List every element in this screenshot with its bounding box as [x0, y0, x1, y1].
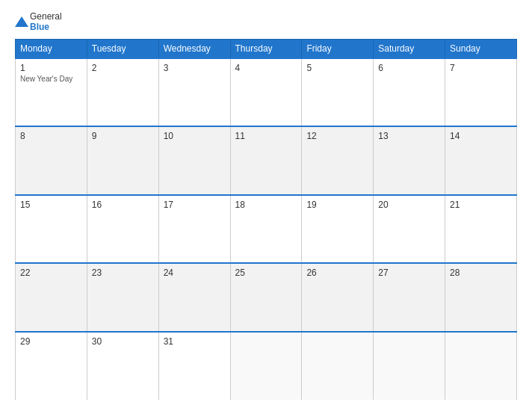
calendar-cell: 21: [445, 195, 517, 263]
weekday-header-friday: Friday: [302, 39, 374, 58]
day-number: 1: [20, 63, 82, 73]
calendar-cell: 24: [158, 263, 230, 331]
calendar-cell: 30: [87, 332, 158, 400]
header: General Blue: [15, 11, 517, 33]
calendar-cell: 5: [302, 58, 374, 126]
calendar-cell: 19: [302, 195, 374, 263]
calendar-cell: 3: [158, 58, 230, 126]
day-number: 21: [450, 200, 512, 210]
day-number: 13: [378, 131, 440, 141]
day-number: 14: [450, 131, 512, 141]
logo-triangle-icon: [15, 15, 28, 28]
day-number: 9: [92, 131, 154, 141]
weekday-header-tuesday: Tuesday: [87, 39, 158, 58]
day-number: 24: [164, 268, 226, 278]
day-number: 5: [306, 63, 368, 73]
day-number: 20: [378, 200, 440, 210]
day-number: 4: [235, 63, 297, 73]
calendar-cell: 13: [374, 126, 445, 194]
day-number: 19: [306, 200, 368, 210]
calendar-cell: 23: [87, 263, 158, 331]
weekday-header-wednesday: Wednesday: [158, 39, 230, 58]
day-number: 27: [378, 268, 440, 278]
day-number: 3: [164, 63, 226, 73]
calendar-cell: 11: [230, 126, 302, 194]
calendar-cell: [374, 332, 445, 400]
day-number: 8: [20, 131, 82, 141]
day-number: 31: [164, 336, 226, 347]
weekday-header-thursday: Thursday: [230, 39, 302, 58]
day-number: 22: [20, 268, 82, 278]
day-number: 17: [164, 200, 226, 210]
calendar-cell: 20: [374, 195, 445, 263]
week-row-1: 1New Year's Day234567: [16, 58, 517, 126]
holiday-label: New Year's Day: [20, 75, 82, 83]
day-number: 30: [92, 336, 154, 347]
weekday-header-row: MondayTuesdayWednesdayThursdayFridaySatu…: [16, 39, 517, 58]
calendar-cell: 16: [87, 195, 158, 263]
calendar-cell: 9: [87, 126, 158, 194]
week-row-4: 22232425262728: [16, 263, 517, 331]
calendar-cell: 4: [230, 58, 302, 126]
logo-blue: Blue: [30, 22, 62, 32]
calendar-cell: 14: [445, 126, 517, 194]
logo-text-block: General Blue: [30, 11, 62, 33]
week-row-2: 891011121314: [16, 126, 517, 194]
svg-marker-0: [15, 16, 28, 27]
calendar-cell: 25: [230, 263, 302, 331]
day-number: 10: [164, 131, 226, 141]
logo: General Blue: [15, 11, 62, 33]
calendar-page: General Blue MondayTuesdayWednesdayThurs…: [0, 0, 532, 411]
day-number: 7: [450, 63, 512, 73]
day-number: 23: [92, 268, 154, 278]
calendar-cell: 28: [445, 263, 517, 331]
day-number: 25: [235, 268, 297, 278]
calendar-cell: 1New Year's Day: [16, 58, 87, 126]
calendar-cell: 31: [158, 332, 230, 400]
calendar-table: MondayTuesdayWednesdayThursdayFridaySatu…: [15, 39, 517, 400]
calendar-cell: [445, 332, 517, 400]
weekday-header-sunday: Sunday: [445, 39, 517, 58]
calendar-cell: 27: [374, 263, 445, 331]
week-row-5: 293031: [16, 332, 517, 400]
calendar-cell: 2: [87, 58, 158, 126]
day-number: 18: [235, 200, 297, 210]
calendar-cell: 12: [302, 126, 374, 194]
day-number: 11: [235, 131, 297, 141]
calendar-cell: 10: [158, 126, 230, 194]
day-number: 29: [20, 336, 82, 347]
day-number: 26: [306, 268, 368, 278]
weekday-header-saturday: Saturday: [374, 39, 445, 58]
calendar-cell: 26: [302, 263, 374, 331]
day-number: 12: [306, 131, 368, 141]
day-number: 6: [378, 63, 440, 73]
calendar-cell: 17: [158, 195, 230, 263]
weekday-header-monday: Monday: [16, 39, 87, 58]
calendar-cell: 18: [230, 195, 302, 263]
day-number: 28: [450, 268, 512, 278]
week-row-3: 15161718192021: [16, 195, 517, 263]
calendar-cell: [230, 332, 302, 400]
day-number: 15: [20, 200, 82, 210]
logo-general: General: [30, 11, 62, 22]
calendar-cell: [302, 332, 374, 400]
calendar-body: 1New Year's Day2345678910111213141516171…: [16, 58, 517, 400]
calendar-cell: 15: [16, 195, 87, 263]
calendar-cell: 6: [374, 58, 445, 126]
calendar-cell: 8: [16, 126, 87, 194]
calendar-cell: 22: [16, 263, 87, 331]
calendar-header: MondayTuesdayWednesdayThursdayFridaySatu…: [16, 39, 517, 58]
calendar-cell: 7: [445, 58, 517, 126]
day-number: 2: [92, 63, 154, 73]
day-number: 16: [92, 200, 154, 210]
calendar-cell: 29: [16, 332, 87, 400]
logo-container: General Blue: [15, 11, 62, 33]
